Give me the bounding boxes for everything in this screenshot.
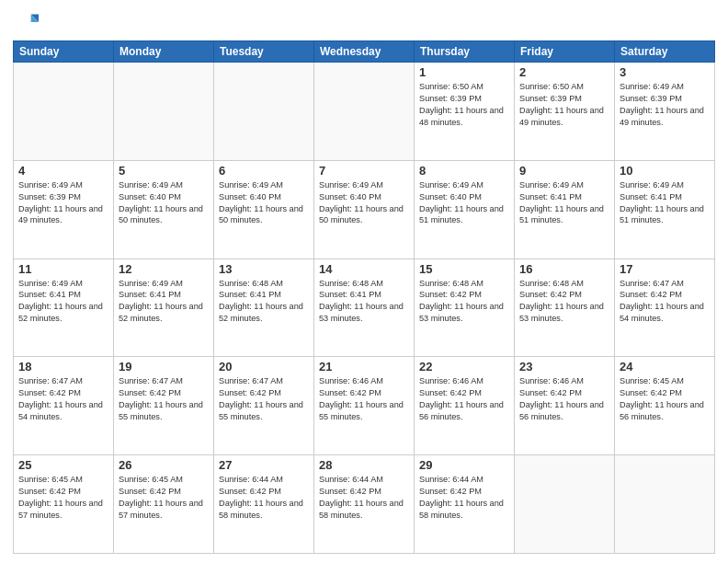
calendar-cell: 13Sunrise: 6:48 AM Sunset: 6:41 PM Dayli… xyxy=(214,259,314,357)
day-number: 26 xyxy=(119,458,209,472)
calendar-cell: 25Sunrise: 6:45 AM Sunset: 6:42 PM Dayli… xyxy=(14,455,114,554)
day-number: 21 xyxy=(319,360,409,373)
day-number: 24 xyxy=(620,360,710,373)
day-info: Sunrise: 6:49 AM Sunset: 6:40 PM Dayligh… xyxy=(119,179,209,227)
day-number: 13 xyxy=(219,262,309,276)
logo xyxy=(13,9,42,35)
day-number: 6 xyxy=(219,164,309,178)
calendar-cell: 7Sunrise: 6:49 AM Sunset: 6:40 PM Daylig… xyxy=(314,160,415,259)
day-info: Sunrise: 6:44 AM Sunset: 6:42 PM Dayligh… xyxy=(219,474,309,522)
calendar-cell: 15Sunrise: 6:48 AM Sunset: 6:42 PM Dayli… xyxy=(415,259,515,357)
day-info: Sunrise: 6:49 AM Sunset: 6:39 PM Dayligh… xyxy=(18,179,108,227)
calendar-cell: 29Sunrise: 6:44 AM Sunset: 6:42 PM Dayli… xyxy=(415,455,515,554)
calendar-cell: 8Sunrise: 6:49 AM Sunset: 6:40 PM Daylig… xyxy=(415,160,515,259)
calendar-cell: 26Sunrise: 6:45 AM Sunset: 6:42 PM Dayli… xyxy=(114,455,214,554)
weekday-header-thursday: Thursday xyxy=(415,41,515,63)
day-number: 14 xyxy=(319,262,409,276)
calendar-cell: 10Sunrise: 6:49 AM Sunset: 6:41 PM Dayli… xyxy=(615,160,715,259)
calendar-cell xyxy=(214,63,314,161)
calendar-cell: 21Sunrise: 6:46 AM Sunset: 6:42 PM Dayli… xyxy=(314,357,415,455)
calendar-cell: 20Sunrise: 6:47 AM Sunset: 6:42 PM Dayli… xyxy=(214,357,314,455)
calendar-cell: 3Sunrise: 6:49 AM Sunset: 6:39 PM Daylig… xyxy=(615,63,715,161)
day-info: Sunrise: 6:46 AM Sunset: 6:42 PM Dayligh… xyxy=(319,375,409,423)
weekday-header-sunday: Sunday xyxy=(14,41,114,63)
calendar-cell: 14Sunrise: 6:48 AM Sunset: 6:41 PM Dayli… xyxy=(314,259,415,357)
logo-icon xyxy=(13,9,39,35)
day-info: Sunrise: 6:50 AM Sunset: 6:39 PM Dayligh… xyxy=(419,81,509,129)
day-info: Sunrise: 6:47 AM Sunset: 6:42 PM Dayligh… xyxy=(18,375,108,423)
day-number: 28 xyxy=(319,458,409,472)
day-info: Sunrise: 6:49 AM Sunset: 6:41 PM Dayligh… xyxy=(519,179,609,227)
weekday-header-row: SundayMondayTuesdayWednesdayThursdayFrid… xyxy=(14,41,715,63)
day-info: Sunrise: 6:49 AM Sunset: 6:40 PM Dayligh… xyxy=(419,179,509,227)
week-row-2: 11Sunrise: 6:49 AM Sunset: 6:41 PM Dayli… xyxy=(14,259,715,357)
calendar-cell: 22Sunrise: 6:46 AM Sunset: 6:42 PM Dayli… xyxy=(415,357,515,455)
calendar-cell: 17Sunrise: 6:47 AM Sunset: 6:42 PM Dayli… xyxy=(615,259,715,357)
day-info: Sunrise: 6:49 AM Sunset: 6:40 PM Dayligh… xyxy=(219,179,309,227)
day-number: 17 xyxy=(620,262,710,276)
day-info: Sunrise: 6:48 AM Sunset: 6:41 PM Dayligh… xyxy=(319,278,409,326)
day-number: 19 xyxy=(119,360,209,373)
day-info: Sunrise: 6:47 AM Sunset: 6:42 PM Dayligh… xyxy=(119,375,209,423)
calendar-cell xyxy=(114,63,214,161)
day-info: Sunrise: 6:50 AM Sunset: 6:39 PM Dayligh… xyxy=(519,81,609,129)
calendar-cell: 9Sunrise: 6:49 AM Sunset: 6:41 PM Daylig… xyxy=(515,160,615,259)
day-number: 15 xyxy=(419,262,509,276)
day-number: 23 xyxy=(519,360,609,373)
day-number: 2 xyxy=(519,65,609,79)
day-number: 1 xyxy=(419,65,509,79)
day-info: Sunrise: 6:49 AM Sunset: 6:41 PM Dayligh… xyxy=(620,179,710,227)
day-info: Sunrise: 6:49 AM Sunset: 6:39 PM Dayligh… xyxy=(620,81,710,129)
calendar-cell: 28Sunrise: 6:44 AM Sunset: 6:42 PM Dayli… xyxy=(314,455,415,554)
week-row-3: 18Sunrise: 6:47 AM Sunset: 6:42 PM Dayli… xyxy=(14,357,715,455)
day-info: Sunrise: 6:46 AM Sunset: 6:42 PM Dayligh… xyxy=(419,375,509,423)
day-number: 11 xyxy=(18,262,108,276)
day-info: Sunrise: 6:48 AM Sunset: 6:42 PM Dayligh… xyxy=(519,278,609,326)
weekday-header-tuesday: Tuesday xyxy=(214,41,314,63)
day-number: 18 xyxy=(18,360,108,373)
calendar-cell xyxy=(615,455,715,554)
day-info: Sunrise: 6:49 AM Sunset: 6:41 PM Dayligh… xyxy=(119,278,209,326)
calendar-cell: 23Sunrise: 6:46 AM Sunset: 6:42 PM Dayli… xyxy=(515,357,615,455)
day-number: 8 xyxy=(419,164,509,178)
calendar-cell: 4Sunrise: 6:49 AM Sunset: 6:39 PM Daylig… xyxy=(14,160,114,259)
week-row-4: 25Sunrise: 6:45 AM Sunset: 6:42 PM Dayli… xyxy=(14,455,715,554)
day-info: Sunrise: 6:48 AM Sunset: 6:42 PM Dayligh… xyxy=(419,278,509,326)
day-info: Sunrise: 6:44 AM Sunset: 6:42 PM Dayligh… xyxy=(419,474,509,522)
weekday-header-monday: Monday xyxy=(114,41,214,63)
calendar-cell xyxy=(14,63,114,161)
day-info: Sunrise: 6:49 AM Sunset: 6:41 PM Dayligh… xyxy=(18,278,108,326)
day-info: Sunrise: 6:47 AM Sunset: 6:42 PM Dayligh… xyxy=(219,375,309,423)
day-number: 7 xyxy=(319,164,409,178)
day-info: Sunrise: 6:45 AM Sunset: 6:42 PM Dayligh… xyxy=(620,375,710,423)
weekday-header-saturday: Saturday xyxy=(615,41,715,63)
calendar-cell: 12Sunrise: 6:49 AM Sunset: 6:41 PM Dayli… xyxy=(114,259,214,357)
day-number: 3 xyxy=(620,65,710,79)
calendar-cell xyxy=(515,455,615,554)
calendar-cell: 27Sunrise: 6:44 AM Sunset: 6:42 PM Dayli… xyxy=(214,455,314,554)
day-number: 4 xyxy=(18,164,108,178)
calendar-cell: 2Sunrise: 6:50 AM Sunset: 6:39 PM Daylig… xyxy=(515,63,615,161)
day-number: 25 xyxy=(18,458,108,472)
day-number: 5 xyxy=(119,164,209,178)
day-number: 27 xyxy=(219,458,309,472)
day-info: Sunrise: 6:48 AM Sunset: 6:41 PM Dayligh… xyxy=(219,278,309,326)
calendar-cell: 5Sunrise: 6:49 AM Sunset: 6:40 PM Daylig… xyxy=(114,160,214,259)
day-number: 16 xyxy=(519,262,609,276)
day-info: Sunrise: 6:49 AM Sunset: 6:40 PM Dayligh… xyxy=(319,179,409,227)
day-info: Sunrise: 6:45 AM Sunset: 6:42 PM Dayligh… xyxy=(18,474,108,522)
day-number: 20 xyxy=(219,360,309,373)
day-info: Sunrise: 6:44 AM Sunset: 6:42 PM Dayligh… xyxy=(319,474,409,522)
calendar-cell: 16Sunrise: 6:48 AM Sunset: 6:42 PM Dayli… xyxy=(515,259,615,357)
day-info: Sunrise: 6:46 AM Sunset: 6:42 PM Dayligh… xyxy=(519,375,609,423)
calendar-cell: 11Sunrise: 6:49 AM Sunset: 6:41 PM Dayli… xyxy=(14,259,114,357)
calendar-cell: 24Sunrise: 6:45 AM Sunset: 6:42 PM Dayli… xyxy=(615,357,715,455)
calendar-cell: 6Sunrise: 6:49 AM Sunset: 6:40 PM Daylig… xyxy=(214,160,314,259)
day-info: Sunrise: 6:47 AM Sunset: 6:42 PM Dayligh… xyxy=(620,278,710,326)
weekday-header-wednesday: Wednesday xyxy=(314,41,415,63)
week-row-0: 1Sunrise: 6:50 AM Sunset: 6:39 PM Daylig… xyxy=(14,63,715,161)
header xyxy=(13,9,715,35)
day-number: 9 xyxy=(519,164,609,178)
day-number: 29 xyxy=(419,458,509,472)
calendar-cell xyxy=(314,63,415,161)
